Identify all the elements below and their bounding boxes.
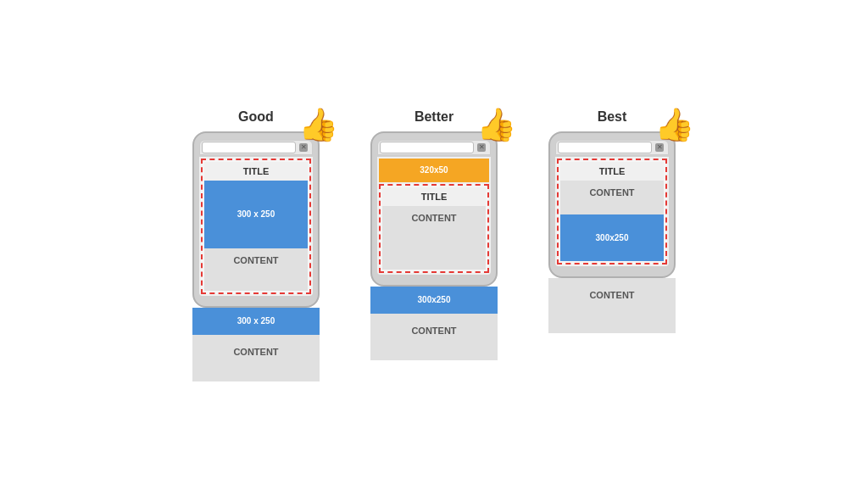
- better-banner-ad: 320x50: [379, 159, 489, 182]
- scenario-good: Good 👍 ✕ TITLE 300 x 250 CONTENT 300 x 2…: [192, 109, 320, 381]
- best-dashed-area: TITLE CONTENT 300x250: [557, 159, 667, 264]
- best-content-block: CONTENT: [560, 181, 664, 214]
- good-title: TITLE: [204, 162, 308, 181]
- better-content-block: CONTENT: [382, 206, 486, 270]
- better-below-content: CONTENT: [370, 314, 498, 360]
- scenario-best: Best 👍 ✕ TITLE CONTENT 300x250 CONTENT: [548, 109, 676, 333]
- better-phone-top-bar: ✕: [377, 140, 491, 155]
- best-ad-block: 300x250: [560, 214, 664, 261]
- best-below-content: CONTENT: [548, 278, 676, 333]
- best-thumbs: 👍: [654, 106, 694, 143]
- good-below-ad: 300 x 250: [192, 308, 320, 335]
- scenario-better: Better 👍 ✕ 320x50 TITLE CONTENT 300x250 …: [370, 109, 498, 360]
- good-phone-screen: TITLE 300 x 250 CONTENT: [199, 157, 313, 296]
- better-below-ad: 300x250: [370, 287, 498, 314]
- best-label: Best: [598, 109, 627, 125]
- better-label: Better: [415, 109, 453, 125]
- better-phone-screen: 320x50 TITLE CONTENT: [377, 157, 491, 275]
- best-phone-screen: TITLE CONTENT 300x250: [555, 157, 669, 266]
- better-close-btn[interactable]: ✕: [477, 143, 486, 152]
- good-phone: ✕ TITLE 300 x 250 CONTENT: [192, 131, 320, 308]
- good-thumbs: 👍: [298, 106, 338, 143]
- best-address-bar: [558, 142, 652, 153]
- good-content-block: CONTENT: [204, 248, 308, 291]
- better-thumbs: 👍: [476, 106, 516, 143]
- good-dashed-area: TITLE 300 x 250 CONTENT: [201, 159, 311, 294]
- good-close-btn[interactable]: ✕: [299, 143, 308, 152]
- good-address-bar: [202, 142, 296, 153]
- diagram-container: Good 👍 ✕ TITLE 300 x 250 CONTENT 300 x 2…: [159, 92, 709, 398]
- best-below-phone: CONTENT: [548, 278, 676, 333]
- best-title: TITLE: [560, 162, 664, 181]
- good-ad-block: 300 x 250: [204, 181, 308, 248]
- better-below-phone: 300x250 CONTENT: [370, 287, 498, 360]
- best-phone: ✕ TITLE CONTENT 300x250: [548, 131, 676, 278]
- good-phone-top-bar: ✕: [199, 140, 313, 155]
- better-address-bar: [380, 142, 474, 153]
- better-title: TITLE: [382, 187, 486, 206]
- best-phone-top-bar: ✕: [555, 140, 669, 155]
- good-below-phone: 300 x 250 CONTENT: [192, 308, 320, 381]
- good-label: Good: [238, 109, 274, 125]
- best-close-btn[interactable]: ✕: [655, 143, 664, 152]
- good-below-content: CONTENT: [192, 335, 320, 381]
- better-phone: ✕ 320x50 TITLE CONTENT: [370, 131, 498, 287]
- better-dashed-area: TITLE CONTENT: [379, 184, 489, 273]
